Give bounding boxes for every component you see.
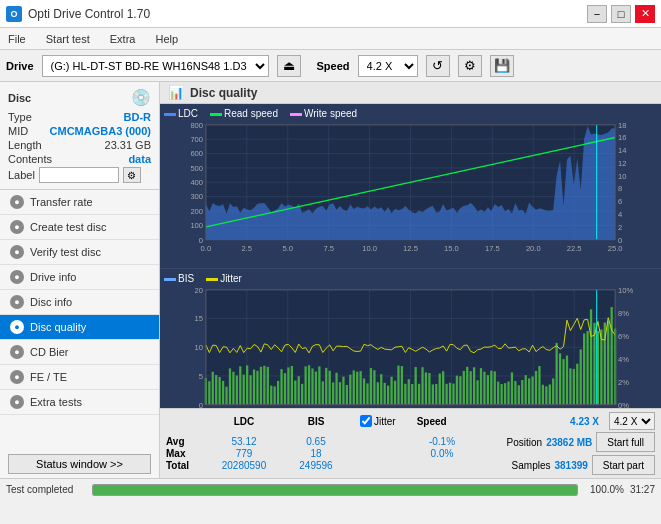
progress-percent: 100.0% [584,484,624,495]
minimize-button[interactable]: − [587,5,607,23]
sidebar-item-drive-info[interactable]: ●Drive info [0,265,159,290]
stats-total-row: Total 20280590 249596 [166,460,472,471]
svg-rect-145 [380,374,382,405]
refresh-button[interactable]: ↺ [426,55,450,77]
svg-rect-155 [415,367,417,405]
disc-type-value: BD-R [124,111,152,123]
sidebar-item-extra-tests[interactable]: ●Extra tests [0,390,159,415]
stats-speed-select[interactable]: 4.2 X [609,412,655,430]
disc-panel: Disc 💿 Type BD-R MID CMCMAGBA3 (000) Len… [0,82,159,190]
sidebar-item-disc-info[interactable]: ●Disc info [0,290,159,315]
disc-label-button[interactable]: ⚙ [123,167,141,183]
svg-rect-176 [487,375,489,405]
disc-label-label: Label [8,169,35,181]
start-full-button[interactable]: Start full [596,432,655,452]
titlebar-controls: − □ ✕ [587,5,655,23]
stats-position-value: 23862 MB [546,437,592,448]
stats-max-row: Max 779 18 0.0% [166,448,472,459]
svg-rect-175 [483,371,485,404]
close-button[interactable]: ✕ [635,5,655,23]
disc-label-input[interactable] [39,167,119,183]
menu-file[interactable]: File [4,31,30,47]
svg-rect-188 [528,378,530,404]
svg-rect-181 [504,383,506,405]
svg-rect-103 [236,375,238,404]
eject-button[interactable]: ⏏ [277,55,301,77]
sidebar-item-verify-test-disc[interactable]: ●Verify test disc [0,240,159,265]
svg-rect-97 [215,375,217,405]
svg-rect-170 [466,367,468,405]
svg-rect-105 [243,374,245,404]
disc-info-label: Disc info [30,296,72,308]
stats-avg-row: Avg 53.12 0.65 -0.1% [166,436,472,447]
svg-rect-101 [229,368,231,404]
drive-select[interactable]: (G:) HL-DT-ST BD-RE WH16NS48 1.D3 [42,55,269,77]
svg-rect-209 [600,329,602,404]
create-test-disc-label: Create test disc [30,221,106,233]
svg-rect-104 [239,366,241,404]
svg-rect-139 [359,371,361,405]
sidebar-item-fe-te[interactable]: ●FE / TE [0,365,159,390]
chart-header-title: Disc quality [190,86,257,100]
chart-header-icon: 📊 [168,85,184,100]
status-window-button[interactable]: Status window >> [8,454,151,474]
svg-rect-135 [346,385,348,405]
menu-extra[interactable]: Extra [106,31,140,47]
disc-quality-label: Disc quality [30,321,86,333]
svg-rect-173 [476,380,478,404]
svg-rect-177 [490,370,492,404]
bottom-chart-svg: 051015200%2%4%6%8%10%0.02.55.07.510.012.… [164,286,657,408]
svg-rect-192 [542,384,544,404]
save-button[interactable]: 💾 [490,55,514,77]
svg-rect-160 [432,384,434,404]
disc-length-value: 23.31 GB [105,139,151,151]
svg-rect-197 [559,353,561,404]
sidebar-item-create-test-disc[interactable]: ●Create test disc [0,215,159,240]
svg-rect-150 [397,365,399,404]
stats-samples-row: Samples 381399 Start part [512,455,655,475]
svg-text:10: 10 [195,343,203,352]
stats-max-label: Max [166,448,202,459]
svg-rect-106 [246,365,248,404]
svg-rect-137 [353,370,355,404]
svg-rect-102 [232,371,234,404]
sidebar-item-disc-quality[interactable]: ●Disc quality [0,315,159,340]
svg-rect-118 [287,367,289,404]
sidebar-item-cd-bier[interactable]: ●CD Bier [0,340,159,365]
svg-text:0.0: 0.0 [201,244,212,253]
menu-help[interactable]: Help [151,31,182,47]
svg-text:20: 20 [195,286,203,295]
svg-rect-109 [256,370,258,404]
svg-rect-195 [552,378,554,404]
svg-text:22.5: 22.5 [567,244,582,253]
disc-info-icon: ● [10,295,24,309]
extra-tests-label: Extra tests [30,396,82,408]
svg-rect-184 [514,381,516,405]
stats-position-label: Position [507,437,543,448]
settings-button[interactable]: ⚙ [458,55,482,77]
svg-text:25.0: 25.0 [608,244,623,253]
svg-rect-200 [569,368,571,404]
svg-rect-179 [497,381,499,404]
jitter-label: Jitter [374,416,396,427]
stats-samples-value: 381399 [554,460,587,471]
stats-total-bis: 249596 [286,460,346,471]
progress-bar-fill [93,485,577,495]
svg-rect-147 [387,385,389,404]
jitter-checkbox[interactable] [360,415,372,427]
svg-rect-149 [394,380,396,404]
stats-max-ldc: 779 [208,448,280,459]
legend-ldc: LDC [164,108,198,119]
svg-text:2%: 2% [618,377,629,386]
maximize-button[interactable]: □ [611,5,631,23]
svg-rect-124 [308,365,310,404]
svg-text:16: 16 [618,133,626,142]
svg-text:7.5: 7.5 [323,244,334,253]
svg-rect-151 [401,366,403,405]
menu-start-test[interactable]: Start test [42,31,94,47]
disc-label-row: Label ⚙ [8,167,151,183]
svg-text:6%: 6% [618,331,629,340]
start-part-button[interactable]: Start part [592,455,655,475]
sidebar-item-transfer-rate[interactable]: ●Transfer rate [0,190,159,215]
speed-select-drive[interactable]: 4.2 X [358,55,418,77]
